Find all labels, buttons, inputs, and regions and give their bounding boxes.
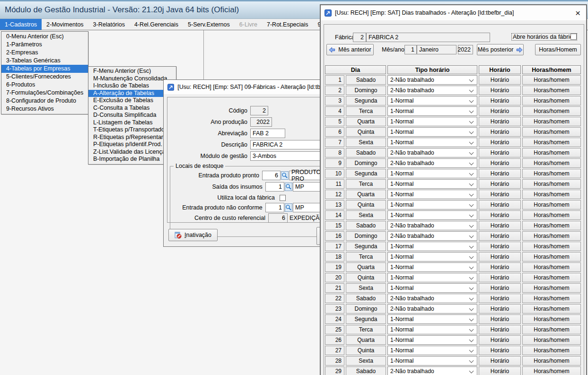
inativacao-button[interactable]: Inativação <box>168 229 218 241</box>
tipo-horario-select[interactable]: 1-Normal <box>387 314 477 324</box>
horario-button[interactable]: Horário <box>479 190 521 199</box>
entrada-nao-conforme-num-field[interactable]: 1 <box>265 203 284 212</box>
horario-button[interactable]: Horário <box>479 294 521 303</box>
menubar-item[interactable]: 7-Rot.Especiais <box>262 19 313 30</box>
horas-homem-button[interactable]: Horas/homem <box>522 346 581 355</box>
tipo-horario-select[interactable]: 2-Não trabalhado <box>387 366 477 375</box>
horario-button[interactable]: Horário <box>479 242 521 251</box>
cadastros-menu-item[interactable]: 1-Parâmetros <box>1 41 88 49</box>
horas-homem-button[interactable]: Horas/homem <box>522 314 581 324</box>
tipo-horario-select[interactable]: 1-Normal <box>387 179 477 189</box>
menubar-item[interactable]: 5-Serv.Externos <box>183 19 235 30</box>
horario-button[interactable]: Horário <box>479 262 521 272</box>
tipo-horario-select[interactable]: 1-Normal <box>387 127 477 137</box>
horas-homem-button[interactable]: Horas/homem <box>522 148 581 157</box>
entrada-pronto-num-field[interactable]: 6 <box>262 171 281 180</box>
tipo-horario-select[interactable]: 1-Normal <box>387 169 477 178</box>
tipo-horario-select[interactable]: 1-Normal <box>387 262 477 272</box>
tipo-horario-select[interactable]: 1-Normal <box>387 252 477 262</box>
tipo-horario-select[interactable]: 1-Normal <box>387 106 477 116</box>
cadastros-menu-item[interactable]: 6-Produtos <box>1 81 88 89</box>
cadastros-menu-item[interactable]: 5-Clientes/Fornecedores <box>1 73 88 81</box>
horario-button[interactable]: Horário <box>479 96 521 105</box>
tipo-horario-select[interactable]: 2-Não trabalhado <box>387 158 477 168</box>
horas-homem-button[interactable]: Horas/homem <box>522 294 581 303</box>
horas-homem-button[interactable]: Horas/homem <box>522 242 581 251</box>
horas-homem-button[interactable]: Horas/homem <box>522 283 581 293</box>
horario-button[interactable]: Horário <box>479 231 521 241</box>
tipo-horario-select[interactable]: 1-Normal <box>387 283 477 293</box>
cadastros-menu-item[interactable]: 3-Tabelas Genéricas <box>1 57 88 65</box>
cadastros-menu-item[interactable]: 2-Empresas <box>1 49 88 57</box>
cadastros-menu-item[interactable]: 9-Recursos Ativos <box>1 105 88 113</box>
horario-button[interactable]: Horário <box>479 283 521 293</box>
mes-anterior-button[interactable]: Mês anterior <box>326 44 374 55</box>
descricao-field[interactable]: FABRICA 2 <box>250 140 326 149</box>
saida-insumos-lookup-button[interactable] <box>285 183 292 191</box>
horas-homem-button[interactable]: Horas/homem <box>522 158 581 168</box>
horas-homem-button[interactable]: Horas/homem <box>522 169 581 178</box>
tipo-horario-select[interactable]: 2-Não trabalhado <box>387 148 477 157</box>
horario-button[interactable]: Horário <box>479 106 521 116</box>
tipo-horario-select[interactable]: 1-Normal <box>387 335 477 345</box>
cadastros-menu-item[interactable]: 7-Formulações/Combinações <box>1 89 88 97</box>
horas-homem-button[interactable]: Horas/homem <box>522 127 581 137</box>
fabrica-code-field[interactable]: 2 <box>353 33 366 42</box>
horario-button[interactable]: Horário <box>479 148 521 157</box>
horario-button[interactable]: Horário <box>479 86 521 95</box>
entrada-pronto-lookup-button[interactable] <box>281 171 289 180</box>
saida-insumos-num-field[interactable]: 1 <box>265 182 284 192</box>
horario-button[interactable]: Horário <box>479 75 521 85</box>
cadastros-menu-item[interactable]: 0-Menu Anterior (Esc) <box>1 33 88 41</box>
centro-custo-num-field[interactable]: 6 <box>268 213 288 223</box>
menubar-item[interactable]: 3-Relatórios <box>88 19 130 30</box>
month-number-field[interactable]: 1 <box>404 45 417 54</box>
codigo-field[interactable]: 2 <box>250 106 268 115</box>
tipo-horario-select[interactable]: 1-Normal <box>387 190 477 199</box>
tipo-horario-select[interactable]: 1-Normal <box>387 273 477 282</box>
horas-homem-button[interactable]: Horas/homem <box>522 138 581 147</box>
horas-homem-button[interactable]: Horas/homem <box>522 252 581 262</box>
horario-button[interactable]: Horário <box>479 366 521 375</box>
tipo-horario-select[interactable]: 2-Não trabalhado <box>387 304 477 314</box>
horario-button[interactable]: Horário <box>479 138 521 147</box>
horas-homem-button[interactable]: Horas/homem <box>522 200 581 209</box>
abreviacao-field[interactable]: FAB 2 <box>250 129 285 138</box>
year-field[interactable]: 2022 <box>458 45 473 54</box>
horario-button[interactable]: Horário <box>479 304 521 314</box>
tipo-horario-select[interactable]: 1-Normal <box>387 346 477 355</box>
tipo-horario-select[interactable]: 2-Não trabalhado <box>387 221 477 230</box>
horas-homem-button[interactable]: Horas/homem <box>522 75 581 85</box>
menubar-item[interactable]: 6-Livre <box>235 19 262 30</box>
horas-homem-button[interactable]: Horas/homem <box>522 96 581 105</box>
horario-button[interactable]: Horário <box>479 158 521 168</box>
horas-homem-button[interactable]: Horas/homem <box>522 335 581 345</box>
menubar-item[interactable]: 2-Movimentos <box>42 19 88 30</box>
horas-homem-button[interactable]: Horas/homem <box>522 304 581 314</box>
horario-button[interactable]: Horário <box>479 221 521 230</box>
horas-homem-button[interactable]: Horas/homem <box>522 262 581 272</box>
horario-button[interactable]: Horário <box>479 169 521 178</box>
horario-button[interactable]: Horário <box>479 127 521 137</box>
horas-homem-button[interactable]: Horas/homem <box>522 210 581 220</box>
horario-button[interactable]: Horário <box>479 335 521 345</box>
horario-button[interactable]: Horário <box>479 200 521 209</box>
tipo-horario-select[interactable]: 2-Não trabalhado <box>387 75 477 85</box>
tipo-horario-select[interactable]: 2-Não trabalhado <box>387 294 477 303</box>
tipo-horario-select[interactable]: 1-Normal <box>387 210 477 220</box>
horario-button[interactable]: Horário <box>479 314 521 324</box>
horario-button[interactable]: Horário <box>479 356 521 366</box>
tipo-horario-select[interactable]: 1-Normal <box>387 138 477 147</box>
tabelas-submenu-item[interactable]: F-Menu Anterior (Esc) <box>88 68 176 75</box>
horas-homem-button[interactable]: Horas/homem <box>522 106 581 116</box>
tipo-horario-select[interactable]: 1-Normal <box>387 200 477 209</box>
horas-homem-button[interactable]: Horas/homem <box>522 366 581 375</box>
month-name-field[interactable]: Janeiro <box>417 45 456 54</box>
fabrica-name-field[interactable]: FABRICA 2 <box>366 33 490 42</box>
tipo-horario-select[interactable]: 2-Não trabalhado <box>387 86 477 95</box>
tipo-horario-select[interactable]: 2-Não trabalhado <box>387 231 477 241</box>
horas-homem-button[interactable]: Horas/homem <box>522 86 581 95</box>
utiliza-local-checkbox[interactable] <box>280 195 286 201</box>
horario-button[interactable]: Horário <box>479 210 521 220</box>
tipo-horario-select[interactable]: 1-Normal <box>387 117 477 126</box>
